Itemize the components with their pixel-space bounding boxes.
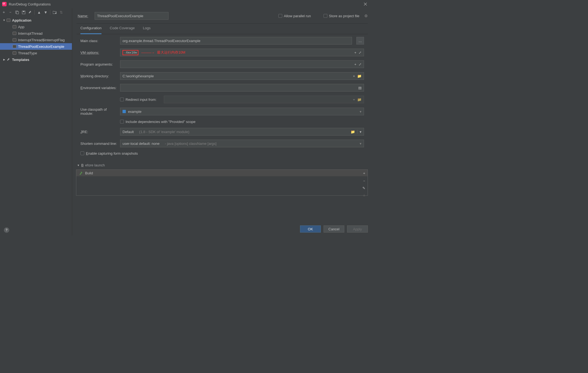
- list-icon[interactable]: ▤: [358, 86, 362, 90]
- save-icon[interactable]: [21, 10, 26, 14]
- plus-icon[interactable]: +: [353, 98, 355, 102]
- move-up-icon[interactable]: ▲: [37, 10, 41, 14]
- shorten-label: Shorten command line:: [80, 142, 117, 146]
- before-launch-item-build[interactable]: Build: [76, 170, 368, 176]
- cancel-button[interactable]: Cancel: [324, 225, 344, 233]
- tab-logs[interactable]: Logs: [143, 26, 150, 34]
- tree-item-interruptthread[interactable]: InterruptThread: [0, 30, 72, 37]
- sidebar: ＋ － ▲ ▼ ⇅ ▼ Application App InterruptThr…: [0, 8, 72, 236]
- vm-options-input[interactable]: -Xmx10m ———→ 最大运行内存10M +⤢: [120, 49, 364, 56]
- tree-item-interruptflag[interactable]: InterruptThread$InterruptFlag: [0, 37, 72, 43]
- enable-snapshots-checkbox[interactable]: Enable capturing form snapshots: [80, 151, 138, 155]
- tree-node-templates[interactable]: ▶ Templates: [0, 56, 72, 63]
- vm-options-label: VM options:: [80, 51, 117, 55]
- browse-main-class-button[interactable]: …: [356, 37, 364, 45]
- shorten-select[interactable]: user-local default: none - java [options…: [120, 140, 364, 147]
- redirect-input-field[interactable]: +📁: [164, 96, 364, 103]
- remove-icon[interactable]: －: [8, 10, 13, 14]
- svg-point-4: [55, 13, 56, 14]
- working-dir-label: Working directory:: [80, 74, 117, 78]
- folder-icon[interactable]: 📁: [357, 98, 362, 102]
- chevron-down-icon: ▾: [357, 130, 362, 134]
- sort-icon[interactable]: ⇅: [59, 10, 63, 14]
- tree-item-threadtype[interactable]: ThreadType: [0, 50, 72, 56]
- chevron-down-icon: ▼: [77, 164, 80, 167]
- main-class-input[interactable]: org.example.thread.ThreadPoolExecutorExa…: [120, 37, 352, 45]
- sidebar-toolbar: ＋ － ▲ ▼ ⇅: [0, 8, 72, 16]
- edit-icon[interactable]: ✎: [362, 186, 366, 190]
- apply-button[interactable]: Apply: [347, 225, 368, 233]
- tab-coverage[interactable]: Code Coverage: [110, 26, 135, 34]
- hammer-icon: [79, 171, 83, 175]
- annotation-text: 最大运行内存10M: [157, 50, 185, 55]
- application-icon: [13, 51, 16, 55]
- working-dir-input[interactable]: C:\work\git\example +📁: [120, 72, 364, 80]
- ok-button[interactable]: OK: [300, 225, 321, 233]
- classpath-select[interactable]: example ▾: [120, 108, 364, 115]
- program-args-label: Program arguments:: [80, 62, 117, 66]
- before-launch-label[interactable]: ▼ Before launch: [77, 163, 367, 167]
- vm-option-highlight: -Xmx10m: [123, 50, 138, 55]
- expand-icon[interactable]: ⤢: [359, 62, 362, 66]
- window-title: Run/Debug Configurations: [9, 2, 359, 6]
- application-icon: [7, 19, 10, 22]
- move-up-icon[interactable]: ▲: [362, 193, 366, 197]
- jre-select[interactable]: Default (1.8 - SDK of 'example' module) …: [120, 128, 364, 136]
- env-vars-label: Environment variables:: [80, 86, 117, 90]
- chevron-down-icon: ▾: [360, 110, 362, 114]
- name-input[interactable]: [95, 12, 168, 20]
- redirect-input-checkbox[interactable]: Redirect input from:: [120, 98, 161, 102]
- titlebar: Run/Debug Configurations: [0, 0, 372, 8]
- copy-icon[interactable]: [15, 10, 19, 14]
- folder-icon[interactable]: 📁: [351, 130, 355, 134]
- tree-node-application[interactable]: ▼ Application: [0, 17, 72, 24]
- tree-item-app[interactable]: App: [0, 24, 72, 30]
- plus-icon[interactable]: +: [354, 51, 356, 55]
- folder-open-icon[interactable]: [53, 10, 57, 14]
- before-launch-list: Build ＋ － ✎ ▲: [76, 169, 368, 196]
- config-tree: ▼ Application App InterruptThread Interr…: [0, 16, 72, 225]
- chevron-right-icon: ▶: [3, 58, 5, 61]
- move-down-icon[interactable]: ▼: [43, 10, 48, 14]
- tree-item-threadpoolexecutor[interactable]: ThreadPoolExecutorExample: [0, 43, 72, 50]
- plus-icon[interactable]: +: [354, 62, 356, 66]
- classpath-label: Use classpath of module:: [80, 107, 117, 116]
- help-bar: ?: [0, 225, 72, 236]
- jre-label: JRE:: [80, 130, 117, 134]
- main-class-label: Main class:: [80, 39, 117, 43]
- svg-rect-1: [16, 11, 19, 14]
- env-vars-input[interactable]: ▤: [120, 84, 364, 92]
- add-icon[interactable]: ＋: [2, 10, 6, 14]
- add-icon[interactable]: ＋: [362, 171, 366, 176]
- chevron-down-icon: ▼: [3, 19, 5, 22]
- dialog-footer: OK Cancel Apply: [72, 222, 372, 236]
- help-icon[interactable]: ?: [4, 227, 9, 233]
- expand-icon[interactable]: ⤢: [359, 51, 362, 55]
- name-label: Name:: [78, 14, 91, 18]
- tabs: Configuration Code Coverage Logs: [77, 24, 368, 34]
- application-icon: [13, 25, 16, 28]
- wrench-icon[interactable]: [28, 10, 32, 14]
- program-args-input[interactable]: +⤢: [120, 60, 364, 68]
- tab-configuration[interactable]: Configuration: [80, 26, 101, 34]
- application-icon: [13, 38, 16, 42]
- module-icon: [123, 110, 126, 113]
- application-icon: [13, 32, 16, 35]
- include-provided-checkbox[interactable]: Include dependencies with "Provided" sco…: [120, 120, 196, 124]
- remove-icon[interactable]: －: [362, 178, 366, 183]
- store-project-file-checkbox[interactable]: Store as project file: [324, 14, 359, 18]
- allow-parallel-checkbox[interactable]: Allow parallel run: [278, 14, 311, 18]
- plus-icon[interactable]: +: [353, 74, 355, 78]
- close-icon[interactable]: [361, 0, 369, 8]
- intellij-logo-icon: [2, 2, 7, 6]
- wrench-icon: [7, 58, 10, 61]
- annotation-arrow: ———→: [141, 51, 154, 55]
- svg-rect-3: [23, 11, 24, 12]
- chevron-down-icon: ▾: [360, 142, 362, 146]
- gear-icon[interactable]: ⚙: [364, 14, 368, 18]
- folder-icon[interactable]: 📁: [357, 74, 362, 78]
- main-panel: Name: Allow parallel run Store as projec…: [72, 8, 372, 236]
- application-icon: [13, 45, 16, 48]
